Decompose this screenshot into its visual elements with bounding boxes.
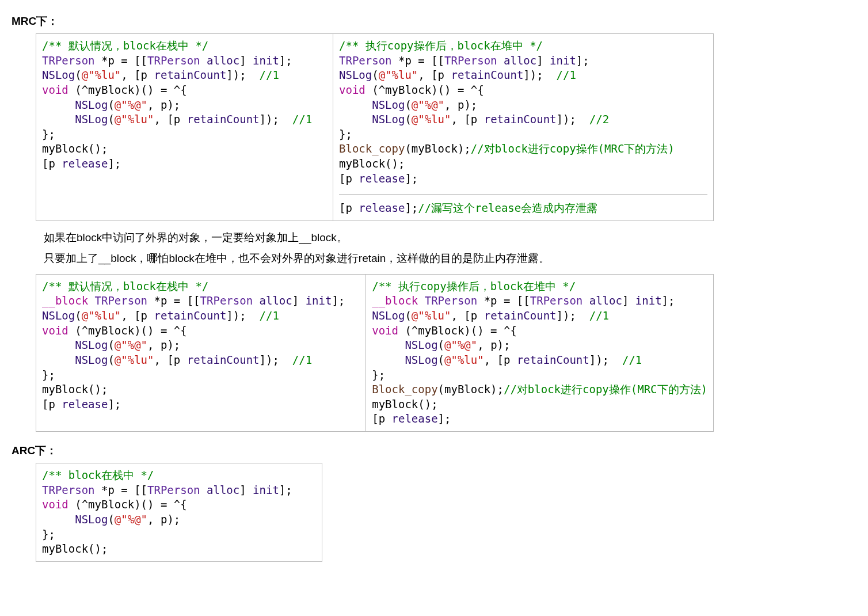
string: @"%lu" bbox=[379, 69, 418, 81]
type: TRPerson bbox=[147, 54, 200, 67]
code-text: (^myBlock)() = ^{ bbox=[366, 83, 484, 96]
func: NSLog bbox=[372, 98, 405, 111]
code-text: ]; bbox=[279, 54, 292, 67]
keyword: void bbox=[42, 498, 68, 511]
comment: //漏写这个release会造成内存泄露 bbox=[418, 201, 597, 214]
code-text: }; bbox=[42, 128, 55, 140]
code-text: [p bbox=[42, 157, 62, 170]
code-text: ] bbox=[239, 54, 253, 67]
method: alloc bbox=[207, 484, 239, 496]
func: NSLog bbox=[42, 69, 75, 81]
keyword: void bbox=[42, 83, 68, 96]
string: @"%lu" bbox=[82, 69, 121, 81]
code-cell-left: /** 默认情况，block在栈中 */ __block TRPerson *p… bbox=[36, 274, 366, 431]
code-text: [p bbox=[339, 201, 359, 214]
comment: /** 默认情况，block在栈中 */ bbox=[42, 39, 208, 52]
method: alloc bbox=[207, 54, 239, 67]
code-cell-right: /** 执行copy操作后，block在堆中 */ TRPerson *p = … bbox=[333, 34, 714, 221]
code-text: }; bbox=[42, 528, 55, 541]
comment: //1 bbox=[260, 309, 279, 322]
type: TRPerson bbox=[95, 294, 148, 307]
func: NSLog bbox=[372, 113, 405, 126]
code-text: myBlock(); bbox=[372, 398, 437, 410]
code-text: ]; bbox=[405, 172, 418, 185]
type: TRPerson bbox=[147, 484, 200, 496]
func: NSLog bbox=[75, 513, 108, 526]
code-text: myBlock(); bbox=[42, 542, 108, 555]
func: Block_copy bbox=[372, 383, 437, 396]
code-text: (myBlock); bbox=[438, 383, 504, 396]
comment: //1 bbox=[260, 69, 279, 81]
method: retainCount bbox=[484, 309, 557, 322]
method: init bbox=[253, 54, 279, 67]
code-text: (^myBlock)() = ^{ bbox=[398, 324, 517, 337]
func: NSLog bbox=[405, 339, 437, 351]
comment: //对block进行copy操作(MRC下的方法) bbox=[471, 142, 675, 155]
type: TRPerson bbox=[425, 294, 478, 307]
code-text: ]; bbox=[576, 54, 589, 67]
comment: /** 执行copy操作后，block在堆中 */ bbox=[339, 39, 543, 52]
code-text: }; bbox=[42, 368, 55, 381]
code-text: }; bbox=[372, 368, 385, 381]
code-text bbox=[200, 484, 207, 496]
comment: //1 bbox=[292, 113, 312, 126]
arc-code-box: /** block在栈中 */ TRPerson *p = [[TRPerson… bbox=[36, 463, 322, 562]
comment: /** 执行copy操作后，block在堆中 */ bbox=[372, 280, 576, 292]
code-text bbox=[200, 54, 207, 67]
string: @"%lu" bbox=[444, 353, 484, 366]
string: @"%@" bbox=[115, 98, 147, 111]
comment: /** 默认情况，block在栈中 */ bbox=[42, 280, 208, 292]
func: NSLog bbox=[75, 353, 108, 366]
code-text bbox=[497, 54, 504, 67]
code-text: myBlock(); bbox=[42, 383, 108, 396]
func: Block_copy bbox=[339, 142, 405, 155]
method: retainCount bbox=[451, 69, 524, 81]
code-text: ]; bbox=[438, 412, 451, 425]
code-text: ]; bbox=[662, 294, 675, 307]
method: release bbox=[62, 157, 108, 170]
method: retainCount bbox=[154, 309, 227, 322]
method: init bbox=[635, 294, 662, 307]
code-text: (^myBlock)() = ^{ bbox=[68, 498, 187, 511]
string: @"%lu" bbox=[115, 113, 154, 126]
method: init bbox=[253, 484, 279, 496]
code-text: ] bbox=[239, 484, 253, 496]
code-text: *p = [[ bbox=[95, 54, 148, 67]
keyword: void bbox=[339, 83, 366, 96]
string: @"%lu" bbox=[412, 113, 451, 126]
code-text: *p = [[ bbox=[392, 54, 445, 67]
code-cell-left: /** 默认情况，block在栈中 */ TRPerson *p = [[TRP… bbox=[36, 34, 333, 221]
code-text: [p bbox=[339, 172, 359, 185]
method: release bbox=[392, 412, 438, 425]
func: NSLog bbox=[75, 339, 108, 351]
keyword: __block bbox=[42, 294, 88, 307]
comment: /** block在栈中 */ bbox=[42, 469, 154, 481]
string: @"%@" bbox=[444, 339, 477, 351]
code-text: *p = [[ bbox=[147, 294, 200, 307]
code-text: [p bbox=[42, 398, 62, 410]
code-text: ] bbox=[622, 294, 635, 307]
code-block: /** 执行copy操作后，block在堆中 */ __block TRPers… bbox=[372, 279, 707, 427]
code-text: (^myBlock)() = ^{ bbox=[68, 83, 187, 96]
code-text: ]; bbox=[108, 157, 121, 170]
method: retainCount bbox=[517, 353, 589, 366]
method: release bbox=[359, 201, 405, 214]
code-block: /** 执行copy操作后，block在堆中 */ TRPerson *p = … bbox=[339, 39, 707, 216]
method: retainCount bbox=[187, 353, 260, 366]
code-text: myBlock(); bbox=[42, 142, 108, 155]
method: release bbox=[359, 172, 405, 185]
comment: //1 bbox=[557, 69, 576, 81]
code-text: ]; bbox=[405, 201, 418, 214]
code-block: /** 默认情况，block在栈中 */ __block TRPerson *p… bbox=[42, 279, 360, 412]
comment: //1 bbox=[589, 309, 609, 322]
func: NSLog bbox=[339, 69, 372, 81]
string: @"%lu" bbox=[115, 353, 154, 366]
code-text: ]; bbox=[332, 294, 345, 307]
func: NSLog bbox=[405, 353, 437, 366]
divider bbox=[339, 194, 707, 195]
code-text: ]; bbox=[108, 398, 121, 410]
method: retainCount bbox=[187, 113, 260, 126]
type: TRPerson bbox=[200, 294, 253, 307]
code-text: myBlock(); bbox=[339, 157, 405, 170]
string: @"%@" bbox=[115, 513, 147, 526]
